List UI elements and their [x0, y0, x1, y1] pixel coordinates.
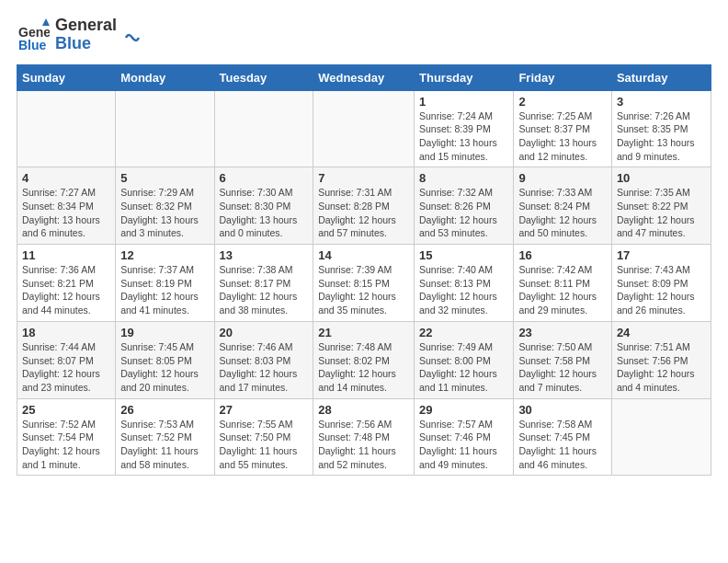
day-number: 30 [518, 403, 607, 417]
header: General Blue General Blue [17, 17, 711, 53]
calendar-cell: 3Sunrise: 7:26 AMSunset: 8:35 PMDaylight… [611, 90, 711, 167]
day-number: 10 [617, 171, 706, 185]
calendar-cell: 27Sunrise: 7:55 AMSunset: 7:50 PMDayligh… [214, 398, 313, 476]
day-number: 16 [518, 248, 607, 262]
day-number: 3 [617, 95, 706, 109]
calendar-cell: 26Sunrise: 7:53 AMSunset: 7:52 PMDayligh… [116, 398, 214, 476]
day-number: 2 [518, 95, 607, 109]
calendar-cell: 19Sunrise: 7:45 AMSunset: 8:05 PMDayligh… [116, 321, 214, 398]
day-info: Sunrise: 7:33 AMSunset: 8:24 PMDaylight:… [518, 186, 607, 240]
day-info: Sunrise: 7:40 AMSunset: 8:13 PMDaylight:… [419, 263, 508, 317]
calendar-body: 1Sunrise: 7:24 AMSunset: 8:39 PMDaylight… [17, 90, 711, 476]
day-number: 6 [220, 171, 309, 185]
calendar-cell: 5Sunrise: 7:29 AMSunset: 8:32 PMDaylight… [116, 167, 214, 245]
calendar-week-row: 25Sunrise: 7:52 AMSunset: 7:54 PMDayligh… [17, 398, 711, 476]
day-info: Sunrise: 7:58 AMSunset: 7:45 PMDaylight:… [518, 418, 607, 472]
calendar-cell: 18Sunrise: 7:44 AMSunset: 8:07 PMDayligh… [17, 321, 116, 398]
day-info: Sunrise: 7:48 AMSunset: 8:02 PMDaylight:… [318, 340, 409, 395]
day-info: Sunrise: 7:52 AMSunset: 7:54 PMDaylight:… [22, 418, 110, 472]
day-info: Sunrise: 7:57 AMSunset: 7:46 PMDaylight:… [419, 418, 508, 472]
day-number: 4 [22, 171, 110, 185]
calendar-cell: 11Sunrise: 7:36 AMSunset: 8:21 PMDayligh… [17, 245, 116, 322]
calendar-week-row: 4Sunrise: 7:27 AMSunset: 8:34 PMDaylight… [17, 167, 711, 245]
col-friday: Friday [514, 64, 612, 90]
day-number: 26 [120, 403, 209, 417]
calendar-table: Sunday Monday Tuesday Wednesday Thursday… [17, 64, 711, 477]
day-number: 1 [419, 95, 508, 109]
day-number: 20 [220, 326, 309, 339]
calendar-cell: 15Sunrise: 7:40 AMSunset: 8:13 PMDayligh… [415, 245, 514, 322]
day-number: 11 [22, 248, 110, 262]
logo-general: General [55, 17, 117, 35]
day-number: 7 [318, 171, 409, 185]
day-number: 19 [120, 326, 209, 339]
calendar-cell [116, 90, 214, 167]
day-info: Sunrise: 7:32 AMSunset: 8:26 PMDaylight:… [419, 186, 508, 240]
day-number: 8 [419, 171, 508, 185]
day-info: Sunrise: 7:27 AMSunset: 8:34 PMDaylight:… [22, 186, 110, 240]
day-info: Sunrise: 7:55 AMSunset: 7:50 PMDaylight:… [220, 418, 309, 472]
svg-marker-2 [42, 18, 50, 26]
day-number: 28 [318, 403, 409, 417]
day-number: 21 [318, 326, 409, 339]
calendar-cell: 16Sunrise: 7:42 AMSunset: 8:11 PMDayligh… [514, 245, 612, 322]
day-number: 13 [220, 248, 309, 262]
logo: General Blue General Blue [17, 17, 142, 53]
calendar-cell: 30Sunrise: 7:58 AMSunset: 7:45 PMDayligh… [514, 398, 612, 476]
calendar-week-row: 11Sunrise: 7:36 AMSunset: 8:21 PMDayligh… [17, 245, 711, 322]
day-number: 15 [419, 248, 508, 262]
day-info: Sunrise: 7:45 AMSunset: 8:05 PMDaylight:… [120, 340, 209, 395]
day-number: 17 [617, 248, 706, 262]
calendar-week-row: 18Sunrise: 7:44 AMSunset: 8:07 PMDayligh… [17, 321, 711, 398]
calendar-cell: 1Sunrise: 7:24 AMSunset: 8:39 PMDaylight… [415, 90, 514, 167]
calendar-cell: 17Sunrise: 7:43 AMSunset: 8:09 PMDayligh… [611, 245, 711, 322]
col-sunday: Sunday [17, 64, 116, 90]
calendar-cell: 22Sunrise: 7:49 AMSunset: 8:00 PMDayligh… [415, 321, 514, 398]
calendar-cell: 10Sunrise: 7:35 AMSunset: 8:22 PMDayligh… [611, 167, 711, 245]
page: General Blue General Blue Sunday Monday … [0, 0, 728, 485]
day-number: 5 [120, 171, 209, 185]
day-number: 29 [419, 403, 508, 417]
calendar-cell: 6Sunrise: 7:30 AMSunset: 8:30 PMDaylight… [214, 167, 313, 245]
day-info: Sunrise: 7:37 AMSunset: 8:19 PMDaylight:… [120, 263, 209, 317]
day-info: Sunrise: 7:46 AMSunset: 8:03 PMDaylight:… [220, 340, 309, 395]
calendar-cell: 23Sunrise: 7:50 AMSunset: 7:58 PMDayligh… [514, 321, 612, 398]
calendar-week-row: 1Sunrise: 7:24 AMSunset: 8:39 PMDaylight… [17, 90, 711, 167]
calendar-cell [214, 90, 313, 167]
col-saturday: Saturday [611, 64, 711, 90]
col-monday: Monday [116, 64, 214, 90]
calendar-cell: 4Sunrise: 7:27 AMSunset: 8:34 PMDaylight… [17, 167, 116, 245]
day-info: Sunrise: 7:35 AMSunset: 8:22 PMDaylight:… [617, 186, 706, 240]
col-wednesday: Wednesday [313, 64, 415, 90]
day-number: 24 [617, 326, 706, 339]
day-info: Sunrise: 7:38 AMSunset: 8:17 PMDaylight:… [220, 263, 309, 317]
col-thursday: Thursday [415, 64, 514, 90]
day-info: Sunrise: 7:29 AMSunset: 8:32 PMDaylight:… [120, 186, 209, 240]
day-info: Sunrise: 7:56 AMSunset: 7:48 PMDaylight:… [318, 418, 409, 472]
calendar-cell: 25Sunrise: 7:52 AMSunset: 7:54 PMDayligh… [17, 398, 116, 476]
calendar-cell [17, 90, 116, 167]
day-number: 18 [22, 326, 110, 339]
col-tuesday: Tuesday [214, 64, 313, 90]
day-number: 12 [120, 248, 209, 262]
day-number: 14 [318, 248, 409, 262]
calendar-cell: 8Sunrise: 7:32 AMSunset: 8:26 PMDaylight… [415, 167, 514, 245]
day-info: Sunrise: 7:51 AMSunset: 7:56 PMDaylight:… [617, 340, 706, 395]
day-info: Sunrise: 7:24 AMSunset: 8:39 PMDaylight:… [419, 109, 508, 164]
day-info: Sunrise: 7:42 AMSunset: 8:11 PMDaylight:… [518, 263, 607, 317]
day-info: Sunrise: 7:30 AMSunset: 8:30 PMDaylight:… [220, 186, 309, 240]
calendar-cell: 2Sunrise: 7:25 AMSunset: 8:37 PMDaylight… [514, 90, 612, 167]
day-info: Sunrise: 7:43 AMSunset: 8:09 PMDaylight:… [617, 263, 706, 317]
day-info: Sunrise: 7:25 AMSunset: 8:37 PMDaylight:… [518, 109, 607, 164]
logo-wave-icon [122, 25, 142, 45]
calendar-cell [611, 398, 711, 476]
day-info: Sunrise: 7:53 AMSunset: 7:52 PMDaylight:… [120, 418, 209, 472]
day-info: Sunrise: 7:50 AMSunset: 7:58 PMDaylight:… [518, 340, 607, 395]
day-number: 22 [419, 326, 508, 339]
calendar-cell: 14Sunrise: 7:39 AMSunset: 8:15 PMDayligh… [313, 245, 415, 322]
day-info: Sunrise: 7:31 AMSunset: 8:28 PMDaylight:… [318, 186, 409, 240]
svg-text:Blue: Blue [18, 38, 47, 52]
day-number: 9 [518, 171, 607, 185]
calendar-cell: 24Sunrise: 7:51 AMSunset: 7:56 PMDayligh… [611, 321, 711, 398]
calendar-cell: 7Sunrise: 7:31 AMSunset: 8:28 PMDaylight… [313, 167, 415, 245]
